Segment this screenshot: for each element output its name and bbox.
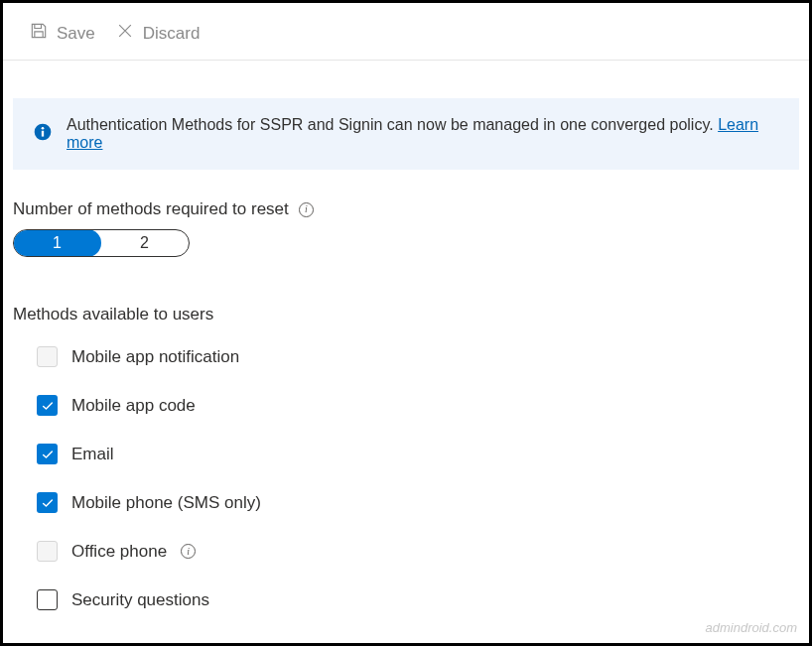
info-icon bbox=[33, 122, 53, 146]
checkbox-mobile-app-code[interactable] bbox=[37, 395, 58, 416]
checkbox-security-questions[interactable] bbox=[37, 589, 58, 610]
save-label: Save bbox=[57, 24, 95, 44]
discard-button[interactable]: Discard bbox=[109, 21, 206, 46]
checkbox-mobile-phone[interactable] bbox=[37, 492, 58, 513]
methods-available-label: Methods available to users bbox=[13, 305, 799, 324]
method-label: Mobile app notification bbox=[71, 347, 239, 367]
methods-available-section: Methods available to users Mobile app no… bbox=[13, 257, 799, 610]
methods-required-label: Number of methods required to reset bbox=[13, 199, 289, 219]
method-label: Email bbox=[71, 445, 114, 464]
checkbox-email[interactable] bbox=[37, 444, 58, 464]
info-banner-text: Authentication Methods for SSPR and Sign… bbox=[67, 116, 779, 152]
save-icon bbox=[29, 21, 49, 46]
info-banner: Authentication Methods for SSPR and Sign… bbox=[13, 98, 799, 170]
methods-list: Mobile app notification Mobile app code … bbox=[13, 324, 799, 610]
svg-rect-2 bbox=[42, 131, 44, 137]
discard-label: Discard bbox=[143, 24, 201, 44]
toolbar: Save Discard bbox=[3, 3, 809, 61]
content: Number of methods required to reset i 1 … bbox=[3, 170, 809, 610]
info-icon[interactable]: i bbox=[299, 202, 314, 217]
method-item-office-phone: Office phone i bbox=[37, 541, 799, 562]
methods-required-toggle[interactable]: 1 2 bbox=[13, 229, 190, 257]
method-label: Mobile phone (SMS only) bbox=[71, 493, 261, 513]
checkmark-icon bbox=[41, 399, 55, 413]
method-label: Security questions bbox=[71, 590, 209, 610]
methods-required-row: Number of methods required to reset i bbox=[13, 199, 799, 219]
method-label: Mobile app code bbox=[71, 396, 196, 416]
pill-option-1[interactable]: 1 bbox=[13, 229, 101, 257]
method-item-mobile-phone: Mobile phone (SMS only) bbox=[37, 492, 799, 513]
watermark: admindroid.com bbox=[706, 620, 798, 635]
pill-option-2[interactable]: 2 bbox=[100, 230, 189, 256]
method-item-mobile-app-code: Mobile app code bbox=[37, 395, 799, 416]
method-item-security-questions: Security questions bbox=[37, 589, 799, 610]
save-button[interactable]: Save bbox=[23, 21, 101, 46]
checkmark-icon bbox=[41, 496, 55, 510]
method-item-email: Email bbox=[37, 444, 799, 464]
method-label: Office phone bbox=[71, 542, 167, 562]
svg-point-1 bbox=[42, 127, 45, 130]
method-item-mobile-app-notification: Mobile app notification bbox=[37, 346, 799, 367]
info-icon[interactable]: i bbox=[181, 544, 196, 559]
close-icon bbox=[115, 21, 135, 46]
checkbox-mobile-app-notification[interactable] bbox=[37, 346, 58, 367]
checkmark-icon bbox=[41, 448, 55, 461]
checkbox-office-phone[interactable] bbox=[37, 541, 58, 562]
